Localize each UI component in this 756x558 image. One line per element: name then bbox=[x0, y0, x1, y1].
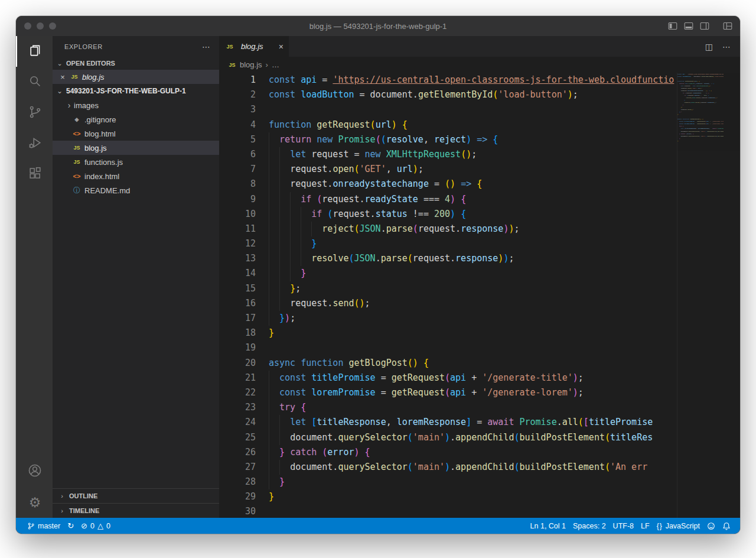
language-mode-button[interactable]: {} JavaScript bbox=[653, 522, 703, 530]
open-editor-item[interactable]: ×JSblog.js bbox=[53, 70, 219, 84]
code-line[interactable]: 24 let [titleResponse, loremResponse] = … bbox=[219, 415, 677, 430]
code-line[interactable]: 17 }); bbox=[219, 311, 677, 326]
code-line[interactable]: 27 document.querySelector('main').append… bbox=[219, 460, 677, 475]
code-line[interactable]: 11 reject(JSON.parse(request.response)); bbox=[219, 222, 677, 236]
code-line[interactable]: 25 document.querySelector('main').append… bbox=[219, 430, 677, 445]
code-line[interactable]: 9 if (request.readyState === 4) { bbox=[219, 192, 677, 207]
accounts-button[interactable] bbox=[16, 456, 53, 487]
code-line[interactable]: 14 } bbox=[219, 266, 677, 281]
indent-guide bbox=[279, 251, 280, 266]
code-line[interactable]: 1const api = 'https://us-central1-open-c… bbox=[219, 73, 677, 87]
encoding-button[interactable]: UTF-8 bbox=[610, 522, 637, 530]
chevron-right-icon: › bbox=[64, 100, 74, 110]
toggle-panel-icon[interactable] bbox=[684, 21, 693, 31]
file-tree-item[interactable]: JSblog.js bbox=[53, 141, 219, 155]
toggle-secondary-sidebar-icon[interactable] bbox=[700, 21, 709, 31]
breadcrumb-more[interactable]: … bbox=[272, 60, 279, 69]
javascript-file-icon: JS bbox=[69, 74, 80, 80]
line-number: 21 bbox=[219, 371, 256, 385]
customize-layout-icon[interactable] bbox=[723, 21, 732, 31]
code-line[interactable]: 7 request.open('GET', url); bbox=[219, 162, 677, 177]
code-line[interactable]: 4function getRequest(url) { bbox=[219, 118, 677, 132]
code-line[interactable]: 29} bbox=[219, 489, 677, 504]
open-editors-header[interactable]: ⌄ OPEN EDITORS bbox=[53, 57, 219, 70]
breadcrumb-file[interactable]: blog.js bbox=[240, 60, 262, 69]
indentation-button[interactable]: Spaces: 2 bbox=[569, 522, 610, 530]
indent-guide bbox=[301, 251, 301, 266]
line-number: 23 bbox=[219, 400, 256, 415]
minimap-content: const api = 'https://us-central1-open-cl… bbox=[677, 73, 724, 144]
toggle-primary-sidebar-icon[interactable] bbox=[668, 21, 677, 31]
file-tree-item[interactable]: ◆.gitignore bbox=[53, 112, 219, 126]
zoom-window-button[interactable] bbox=[49, 22, 56, 30]
minimize-window-button[interactable] bbox=[37, 22, 44, 30]
editor-more-actions-icon[interactable]: ⋯ bbox=[722, 42, 731, 51]
problems-button[interactable]: ⊘ 0 △ 0 bbox=[77, 518, 114, 534]
close-window-button[interactable] bbox=[24, 22, 31, 30]
line-number: 13 bbox=[219, 251, 256, 266]
settings-button[interactable]: ⚙ bbox=[16, 487, 53, 518]
code-editor[interactable]: 1const api = 'https://us-central1-open-c… bbox=[219, 73, 740, 518]
source-control-activity-button[interactable] bbox=[16, 98, 53, 128]
code-text: } bbox=[256, 266, 306, 281]
minimap[interactable]: const api = 'https://us-central1-open-cl… bbox=[677, 73, 724, 518]
code-line[interactable]: 20async function getBlogPost() { bbox=[219, 356, 677, 371]
branch-button[interactable]: master bbox=[27, 518, 64, 534]
code-line[interactable]: 18} bbox=[219, 326, 677, 340]
cursor-position-button[interactable]: Ln 1, Col 1 bbox=[527, 522, 569, 530]
close-editor-icon[interactable]: × bbox=[58, 73, 67, 82]
indent-guide bbox=[279, 207, 280, 222]
timeline-section-header[interactable]: › TIMELINE bbox=[53, 503, 219, 518]
close-tab-icon[interactable]: × bbox=[279, 42, 284, 51]
feedback-button[interactable] bbox=[703, 522, 719, 530]
outline-section-header[interactable]: › OUTLINE bbox=[53, 488, 219, 503]
file-name: blog.html bbox=[84, 129, 116, 138]
indent-guide bbox=[269, 371, 269, 385]
eol-button[interactable]: LF bbox=[637, 522, 653, 530]
code-line[interactable]: 23 try { bbox=[219, 400, 677, 415]
code-line[interactable]: 28 } bbox=[219, 475, 677, 489]
code-text: if (request.status !== 200) { bbox=[256, 207, 466, 222]
file-tree-item[interactable]: ›images bbox=[53, 98, 219, 112]
code-line[interactable]: 19 bbox=[219, 340, 677, 355]
code-line[interactable]: 26 } catch (error) { bbox=[219, 445, 677, 460]
code-line[interactable]: 30 bbox=[219, 504, 677, 518]
code-line[interactable]: 5 return new Promise((resolve, reject) =… bbox=[219, 132, 677, 147]
open-editors-label: OPEN EDITORS bbox=[66, 60, 115, 67]
file-tree-item[interactable]: <>blog.html bbox=[53, 126, 219, 141]
warning-count: 0 bbox=[106, 522, 110, 530]
code-line[interactable]: 13 resolve(JSON.parse(request.response))… bbox=[219, 251, 677, 266]
source-control-icon bbox=[28, 105, 43, 122]
sync-button[interactable]: ↻ bbox=[64, 518, 77, 534]
code-line[interactable]: 3 bbox=[219, 102, 677, 117]
code-line[interactable]: 16 request.send(); bbox=[219, 296, 677, 311]
indent-guide bbox=[269, 430, 269, 445]
indent-guide bbox=[290, 251, 291, 266]
code-line[interactable]: 6 let request = new XMLHttpRequest(); bbox=[219, 147, 677, 162]
notifications-button[interactable] bbox=[719, 522, 731, 530]
tab-blog-js[interactable]: JS blog.js × bbox=[219, 36, 289, 57]
code-line[interactable]: 8 request.onreadystatechange = () => { bbox=[219, 177, 677, 192]
breadcrumb[interactable]: JS blog.js › … bbox=[219, 57, 740, 73]
search-activity-button[interactable] bbox=[16, 67, 53, 98]
code-line[interactable]: 22 const loremPromise = getRequest(api +… bbox=[219, 385, 677, 400]
extensions-activity-button[interactable] bbox=[16, 159, 53, 190]
title-bar[interactable]: blog.js — 5493201-js-for-the-web-gulp-1 bbox=[16, 16, 740, 36]
code-line[interactable]: 15 }; bbox=[219, 281, 677, 296]
file-tree-item[interactable]: JSfunctions.js bbox=[53, 155, 219, 169]
vscode-window: blog.js — 5493201-js-for-the-web-gulp-1 bbox=[16, 16, 740, 534]
chevron-down-icon: ⌄ bbox=[56, 60, 64, 67]
indentation: Spaces: 2 bbox=[573, 522, 606, 530]
file-tree-item[interactable]: ⓘREADME.md bbox=[53, 183, 219, 197]
run-debug-activity-button[interactable] bbox=[16, 128, 53, 159]
code-line[interactable]: 21 const titlePromise = getRequest(api +… bbox=[219, 371, 677, 385]
cursor-position: Ln 1, Col 1 bbox=[530, 522, 566, 530]
explorer-activity-button[interactable] bbox=[16, 36, 53, 67]
file-tree-item[interactable]: <>index.html bbox=[53, 169, 219, 183]
split-editor-icon[interactable]: ◫ bbox=[705, 42, 713, 51]
code-line[interactable]: 12 } bbox=[219, 236, 677, 251]
explorer-actions-icon[interactable]: ⋯ bbox=[202, 42, 211, 51]
code-line[interactable]: 10 if (request.status !== 200) { bbox=[219, 207, 677, 222]
workspace-folder-header[interactable]: ⌄ 5493201-JS-FOR-THE-WEB-GULP-1 bbox=[53, 84, 219, 98]
code-line[interactable]: 2const loadButton = document.getElementB… bbox=[219, 87, 677, 102]
